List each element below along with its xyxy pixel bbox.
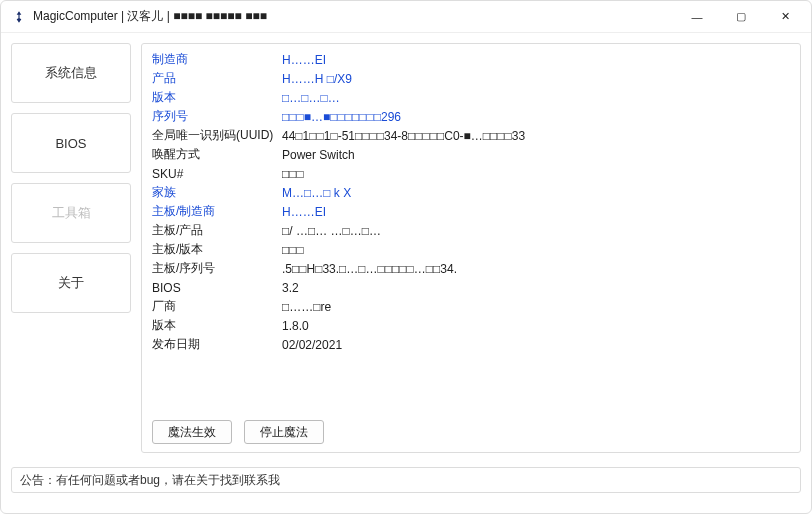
info-key: 主板/制造商 — [152, 203, 282, 220]
info-key: 唤醒方式 — [152, 146, 282, 163]
info-key: 序列号 — [152, 108, 282, 125]
info-value: □□□ — [282, 243, 304, 257]
info-key: SKU# — [152, 167, 282, 181]
info-value: Power Switch — [282, 148, 355, 162]
sidebar-item-about[interactable]: 关于 — [11, 253, 131, 313]
stop-button[interactable]: 停止魔法 — [244, 420, 324, 444]
info-value: □…□…□… — [282, 91, 340, 105]
info-row: 序列号□□□■…■□□□□□□□296 — [152, 107, 790, 126]
info-row: SKU#□□□ — [152, 164, 790, 183]
maximize-button[interactable]: ▢ — [719, 3, 763, 31]
info-key: 产品 — [152, 70, 282, 87]
info-row: 产品H……H □/X9 — [152, 69, 790, 88]
info-row: 唤醒方式Power Switch — [152, 145, 790, 164]
apply-button[interactable]: 魔法生效 — [152, 420, 232, 444]
info-row: 主板/制造商H……EI — [152, 202, 790, 221]
info-key: BIOS — [152, 281, 282, 295]
info-row: 版本1.8.0 — [152, 316, 790, 335]
notice-bar: 公告：有任何问题或者bug，请在关于找到联系我 — [11, 467, 801, 493]
info-key: 主板/产品 — [152, 222, 282, 239]
sidebar-item-toolbox: 工具箱 — [11, 183, 131, 243]
info-value: 44□1□□1□-51□□□□34-8□□□□□C0-■…□□□□33 — [282, 129, 525, 143]
sidebar: 系统信息 BIOS 工具箱 关于 — [11, 43, 131, 453]
info-key: 版本 — [152, 317, 282, 334]
info-value: □/ …□… …□…□… — [282, 224, 381, 238]
info-row: 家族M…□…□ k X — [152, 183, 790, 202]
info-row: 发布日期02/02/2021 — [152, 335, 790, 354]
sidebar-item-bios[interactable]: BIOS — [11, 113, 131, 173]
info-value: M…□…□ k X — [282, 186, 351, 200]
app-icon — [11, 9, 27, 25]
info-value: 02/02/2021 — [282, 338, 342, 352]
info-value: H……H □/X9 — [282, 72, 352, 86]
info-key: 发布日期 — [152, 336, 282, 353]
info-value: □□□ — [282, 167, 304, 181]
info-key: 主板/序列号 — [152, 260, 282, 277]
info-row: 厂商□……□re — [152, 297, 790, 316]
info-value: 1.8.0 — [282, 319, 309, 333]
info-row: BIOS3.2 — [152, 278, 790, 297]
info-value: H……EI — [282, 205, 326, 219]
sidebar-item-system-info[interactable]: 系统信息 — [11, 43, 131, 103]
minimize-button[interactable]: — — [675, 3, 719, 31]
info-key: 全局唯一识别码(UUID) — [152, 127, 282, 144]
info-value: H……EI — [282, 53, 326, 67]
notice-text: 公告：有任何问题或者bug，请在关于找到联系我 — [20, 472, 280, 489]
info-row: 主板/序列号.5□□H□33.□…□…□□□□□…□□34. — [152, 259, 790, 278]
info-value: 3.2 — [282, 281, 299, 295]
info-row: 主板/版本□□□ — [152, 240, 790, 259]
titlebar: MagicComputer | 汉客儿 | ■■■■ ■■■■■ ■■■ — ▢… — [1, 1, 811, 33]
info-key: 家族 — [152, 184, 282, 201]
info-key: 制造商 — [152, 51, 282, 68]
main-panel: 制造商H……EI产品H……H □/X9版本□…□…□…序列号□□□■…■□□□□… — [141, 43, 801, 453]
info-key: 厂商 — [152, 298, 282, 315]
info-list: 制造商H……EI产品H……H □/X9版本□…□…□…序列号□□□■…■□□□□… — [142, 44, 800, 412]
window-title: MagicComputer | 汉客儿 | ■■■■ ■■■■■ ■■■ — [33, 8, 267, 25]
content-area: 系统信息 BIOS 工具箱 关于 制造商H……EI产品H……H □/X9版本□…… — [1, 33, 811, 453]
close-button[interactable]: ✕ — [763, 3, 807, 31]
info-key: 版本 — [152, 89, 282, 106]
info-key: 主板/版本 — [152, 241, 282, 258]
info-value: □□□■…■□□□□□□□296 — [282, 110, 401, 124]
info-value: □……□re — [282, 300, 331, 314]
info-value: .5□□H□33.□…□…□□□□□…□□34. — [282, 262, 457, 276]
info-row: 全局唯一识别码(UUID)44□1□□1□-51□□□□34-8□□□□□C0-… — [152, 126, 790, 145]
button-bar: 魔法生效 停止魔法 — [142, 412, 800, 452]
info-row: 版本□…□…□… — [152, 88, 790, 107]
info-row: 主板/产品□/ …□… …□…□… — [152, 221, 790, 240]
info-row: 制造商H……EI — [152, 50, 790, 69]
